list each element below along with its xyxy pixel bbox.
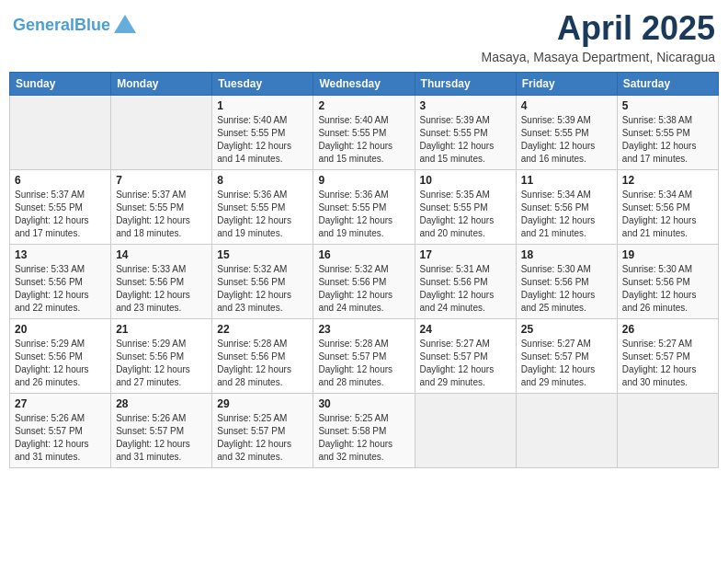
svg-marker-0 [114, 15, 136, 33]
day-number: 14 [116, 248, 207, 261]
day-number: 26 [622, 323, 713, 336]
calendar-header: SundayMondayTuesdayWednesdayThursdayFrid… [10, 73, 719, 96]
day-info: Sunrise: 5:39 AM Sunset: 5:55 PM Dayligh… [420, 114, 511, 166]
day-info: Sunrise: 5:27 AM Sunset: 5:57 PM Dayligh… [622, 338, 713, 389]
day-number: 27 [15, 397, 106, 410]
calendar-week-row: 20Sunrise: 5:29 AM Sunset: 5:56 PM Dayli… [10, 319, 719, 394]
calendar-cell: 5Sunrise: 5:38 AM Sunset: 5:55 PM Daylig… [617, 96, 718, 170]
calendar-cell: 29Sunrise: 5:25 AM Sunset: 5:57 PM Dayli… [212, 394, 313, 468]
calendar-cell: 7Sunrise: 5:37 AM Sunset: 5:55 PM Daylig… [111, 170, 212, 245]
weekday-header: Monday [111, 73, 212, 96]
calendar-cell: 4Sunrise: 5:39 AM Sunset: 5:55 PM Daylig… [516, 96, 617, 170]
day-number: 29 [217, 397, 308, 410]
day-info: Sunrise: 5:25 AM Sunset: 5:58 PM Dayligh… [318, 412, 409, 464]
calendar-cell: 26Sunrise: 5:27 AM Sunset: 5:57 PM Dayli… [617, 319, 718, 394]
calendar-cell: 6Sunrise: 5:37 AM Sunset: 5:55 PM Daylig… [10, 170, 111, 245]
calendar-cell: 16Sunrise: 5:32 AM Sunset: 5:56 PM Dayli… [313, 245, 415, 319]
calendar-cell: 28Sunrise: 5:26 AM Sunset: 5:57 PM Dayli… [111, 394, 212, 468]
calendar-cell: 14Sunrise: 5:33 AM Sunset: 5:56 PM Dayli… [111, 245, 212, 319]
day-info: Sunrise: 5:26 AM Sunset: 5:57 PM Dayligh… [15, 412, 106, 464]
calendar-cell [415, 394, 516, 468]
day-number: 24 [420, 323, 511, 336]
weekday-header: Thursday [415, 73, 516, 96]
title-area: April 2025 Masaya, Masaya Department, Ni… [482, 9, 715, 64]
day-info: Sunrise: 5:25 AM Sunset: 5:57 PM Dayligh… [217, 412, 308, 464]
day-info: Sunrise: 5:28 AM Sunset: 5:57 PM Dayligh… [318, 338, 409, 389]
day-info: Sunrise: 5:34 AM Sunset: 5:56 PM Dayligh… [622, 189, 713, 240]
page-header: GeneralBlue April 2025 Masaya, Masaya De… [9, 9, 719, 64]
calendar-cell: 11Sunrise: 5:34 AM Sunset: 5:56 PM Dayli… [516, 170, 617, 245]
day-info: Sunrise: 5:39 AM Sunset: 5:55 PM Dayligh… [521, 114, 612, 166]
calendar-cell: 8Sunrise: 5:36 AM Sunset: 5:55 PM Daylig… [212, 170, 313, 245]
day-info: Sunrise: 5:37 AM Sunset: 5:55 PM Dayligh… [15, 189, 106, 240]
day-number: 28 [116, 397, 207, 410]
day-info: Sunrise: 5:30 AM Sunset: 5:56 PM Dayligh… [622, 263, 713, 315]
calendar-cell: 30Sunrise: 5:25 AM Sunset: 5:58 PM Dayli… [313, 394, 415, 468]
day-number: 7 [116, 174, 207, 187]
calendar-cell: 22Sunrise: 5:28 AM Sunset: 5:56 PM Dayli… [212, 319, 313, 394]
calendar-cell: 2Sunrise: 5:40 AM Sunset: 5:55 PM Daylig… [313, 96, 415, 170]
calendar-cell: 12Sunrise: 5:34 AM Sunset: 5:56 PM Dayli… [617, 170, 718, 245]
weekday-header: Saturday [617, 73, 718, 96]
calendar-cell: 20Sunrise: 5:29 AM Sunset: 5:56 PM Dayli… [10, 319, 111, 394]
day-number: 9 [318, 174, 409, 187]
day-number: 20 [15, 323, 106, 336]
logo-line1: General [13, 16, 74, 34]
day-number: 8 [217, 174, 308, 187]
location-title: Masaya, Masaya Department, Nicaragua [482, 50, 715, 64]
calendar-week-row: 27Sunrise: 5:26 AM Sunset: 5:57 PM Dayli… [10, 394, 719, 468]
day-info: Sunrise: 5:31 AM Sunset: 5:56 PM Dayligh… [420, 263, 511, 315]
day-number: 19 [622, 248, 713, 261]
day-info: Sunrise: 5:40 AM Sunset: 5:55 PM Dayligh… [217, 114, 308, 166]
day-number: 30 [318, 397, 409, 410]
calendar-cell: 9Sunrise: 5:36 AM Sunset: 5:55 PM Daylig… [313, 170, 415, 245]
calendar-cell [111, 96, 212, 170]
day-number: 16 [318, 248, 409, 261]
day-info: Sunrise: 5:36 AM Sunset: 5:55 PM Dayligh… [217, 189, 308, 240]
calendar-cell: 21Sunrise: 5:29 AM Sunset: 5:56 PM Dayli… [111, 319, 212, 394]
day-number: 17 [420, 248, 511, 261]
calendar-cell: 19Sunrise: 5:30 AM Sunset: 5:56 PM Dayli… [617, 245, 718, 319]
weekday-header: Sunday [10, 73, 111, 96]
weekday-header: Tuesday [212, 73, 313, 96]
calendar-table: SundayMondayTuesdayWednesdayThursdayFrid… [9, 72, 719, 468]
day-number: 12 [622, 174, 713, 187]
calendar-week-row: 13Sunrise: 5:33 AM Sunset: 5:56 PM Dayli… [10, 245, 719, 319]
day-info: Sunrise: 5:32 AM Sunset: 5:56 PM Dayligh… [318, 263, 409, 315]
day-info: Sunrise: 5:34 AM Sunset: 5:56 PM Dayligh… [521, 189, 612, 240]
day-number: 5 [622, 99, 713, 112]
logo: GeneralBlue [13, 13, 138, 39]
logo-icon [112, 13, 138, 39]
weekday-header: Wednesday [313, 73, 415, 96]
day-number: 2 [318, 99, 409, 112]
day-number: 21 [116, 323, 207, 336]
calendar-cell: 13Sunrise: 5:33 AM Sunset: 5:56 PM Dayli… [10, 245, 111, 319]
day-info: Sunrise: 5:32 AM Sunset: 5:56 PM Dayligh… [217, 263, 308, 315]
calendar-cell: 1Sunrise: 5:40 AM Sunset: 5:55 PM Daylig… [212, 96, 313, 170]
day-info: Sunrise: 5:27 AM Sunset: 5:57 PM Dayligh… [420, 338, 511, 389]
calendar-cell: 17Sunrise: 5:31 AM Sunset: 5:56 PM Dayli… [415, 245, 516, 319]
day-number: 15 [217, 248, 308, 261]
calendar-week-row: 6Sunrise: 5:37 AM Sunset: 5:55 PM Daylig… [10, 170, 719, 245]
day-info: Sunrise: 5:37 AM Sunset: 5:55 PM Dayligh… [116, 189, 207, 240]
month-title: April 2025 [482, 9, 715, 48]
day-info: Sunrise: 5:35 AM Sunset: 5:55 PM Dayligh… [420, 189, 511, 240]
day-number: 23 [318, 323, 409, 336]
day-number: 3 [420, 99, 511, 112]
day-info: Sunrise: 5:30 AM Sunset: 5:56 PM Dayligh… [521, 263, 612, 315]
calendar-body: 1Sunrise: 5:40 AM Sunset: 5:55 PM Daylig… [10, 96, 719, 468]
calendar-cell: 3Sunrise: 5:39 AM Sunset: 5:55 PM Daylig… [415, 96, 516, 170]
weekday-header: Friday [516, 73, 617, 96]
day-number: 18 [521, 248, 612, 261]
calendar-cell [617, 394, 718, 468]
calendar-cell [10, 96, 111, 170]
calendar-cell: 24Sunrise: 5:27 AM Sunset: 5:57 PM Dayli… [415, 319, 516, 394]
calendar-cell: 27Sunrise: 5:26 AM Sunset: 5:57 PM Dayli… [10, 394, 111, 468]
day-info: Sunrise: 5:33 AM Sunset: 5:56 PM Dayligh… [15, 263, 106, 315]
day-number: 22 [217, 323, 308, 336]
day-info: Sunrise: 5:38 AM Sunset: 5:55 PM Dayligh… [622, 114, 713, 166]
calendar-week-row: 1Sunrise: 5:40 AM Sunset: 5:55 PM Daylig… [10, 96, 719, 170]
calendar-cell [516, 394, 617, 468]
logo-line2: Blue [74, 16, 110, 34]
day-info: Sunrise: 5:28 AM Sunset: 5:56 PM Dayligh… [217, 338, 308, 389]
